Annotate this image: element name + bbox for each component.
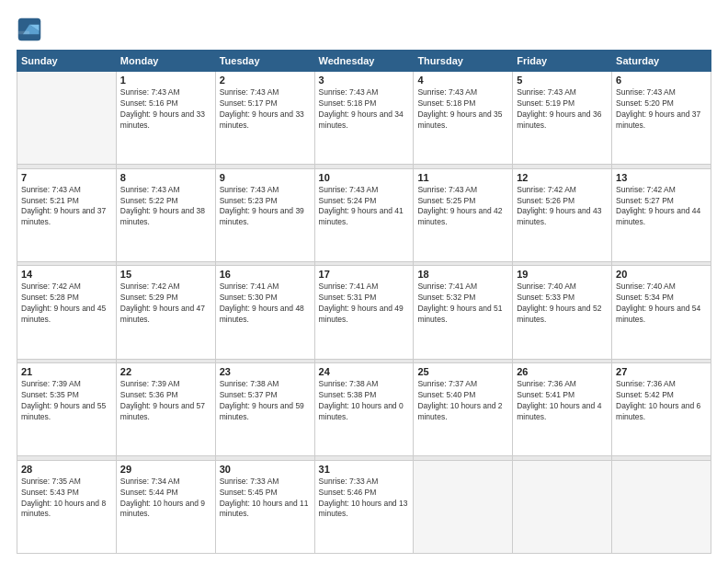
header: [17, 17, 711, 42]
day-cell: 22Sunrise: 7:39 AMSunset: 5:36 PMDayligh…: [116, 363, 215, 456]
day-cell: 13Sunrise: 7:42 AMSunset: 5:27 PMDayligh…: [612, 168, 711, 261]
day-number: 27: [616, 366, 707, 377]
day-info: Sunrise: 7:43 AMSunset: 5:17 PMDaylight:…: [220, 87, 311, 132]
day-cell: 17Sunrise: 7:41 AMSunset: 5:31 PMDayligh…: [314, 266, 414, 359]
day-info: Sunrise: 7:43 AMSunset: 5:24 PMDaylight:…: [319, 185, 410, 229]
day-cell: 31Sunrise: 7:33 AMSunset: 5:46 PMDayligh…: [314, 460, 414, 553]
day-number: 12: [517, 172, 608, 183]
day-number: 24: [319, 366, 410, 377]
day-cell: 18Sunrise: 7:41 AMSunset: 5:32 PMDayligh…: [414, 266, 513, 359]
day-number: 15: [120, 269, 211, 280]
day-cell: 27Sunrise: 7:36 AMSunset: 5:42 PMDayligh…: [612, 363, 711, 456]
day-cell: 8Sunrise: 7:43 AMSunset: 5:22 PMDaylight…: [116, 168, 215, 261]
day-info: Sunrise: 7:43 AMSunset: 5:20 PMDaylight:…: [616, 87, 707, 132]
day-info: Sunrise: 7:41 AMSunset: 5:30 PMDaylight:…: [220, 282, 311, 326]
day-cell: 10Sunrise: 7:43 AMSunset: 5:24 PMDayligh…: [314, 168, 414, 261]
day-info: Sunrise: 7:42 AMSunset: 5:28 PMDaylight:…: [21, 282, 112, 326]
day-number: 6: [616, 75, 707, 86]
weekday-header-monday: Monday: [116, 51, 215, 72]
day-number: 30: [220, 464, 311, 475]
day-cell: 19Sunrise: 7:40 AMSunset: 5:33 PMDayligh…: [513, 266, 612, 359]
logo-icon: [17, 17, 42, 42]
day-cell: 6Sunrise: 7:43 AMSunset: 5:20 PMDaylight…: [612, 72, 711, 165]
day-cell: 3Sunrise: 7:43 AMSunset: 5:18 PMDaylight…: [314, 72, 414, 165]
weekday-header-tuesday: Tuesday: [215, 51, 314, 72]
day-number: 26: [517, 366, 608, 377]
week-row-1: 7Sunrise: 7:43 AMSunset: 5:21 PMDaylight…: [17, 168, 711, 261]
day-number: 31: [319, 464, 410, 475]
day-number: 11: [417, 172, 508, 183]
page: SundayMondayTuesdayWednesdayThursdayFrid…: [0, 0, 728, 563]
day-number: 17: [319, 269, 410, 280]
logo: [17, 17, 44, 42]
day-cell: 16Sunrise: 7:41 AMSunset: 5:30 PMDayligh…: [215, 266, 314, 359]
day-info: Sunrise: 7:43 AMSunset: 5:16 PMDaylight:…: [120, 87, 211, 132]
day-info: Sunrise: 7:43 AMSunset: 5:22 PMDaylight:…: [120, 185, 211, 229]
day-number: 9: [220, 172, 311, 183]
day-info: Sunrise: 7:41 AMSunset: 5:32 PMDaylight:…: [417, 282, 508, 326]
weekday-header-thursday: Thursday: [414, 51, 513, 72]
day-cell: [612, 460, 711, 553]
day-info: Sunrise: 7:38 AMSunset: 5:37 PMDaylight:…: [220, 379, 311, 423]
day-info: Sunrise: 7:42 AMSunset: 5:29 PMDaylight:…: [120, 282, 211, 326]
day-cell: 24Sunrise: 7:38 AMSunset: 5:38 PMDayligh…: [314, 363, 414, 456]
day-number: 28: [21, 464, 112, 475]
day-cell: 9Sunrise: 7:43 AMSunset: 5:23 PMDaylight…: [215, 168, 314, 261]
day-info: Sunrise: 7:34 AMSunset: 5:44 PMDaylight:…: [120, 477, 211, 521]
day-number: 18: [417, 269, 508, 280]
day-info: Sunrise: 7:39 AMSunset: 5:35 PMDaylight:…: [21, 379, 112, 423]
day-info: Sunrise: 7:43 AMSunset: 5:18 PMDaylight:…: [417, 87, 508, 132]
day-number: 22: [120, 366, 211, 377]
day-info: Sunrise: 7:37 AMSunset: 5:40 PMDaylight:…: [417, 379, 508, 423]
day-info: Sunrise: 7:43 AMSunset: 5:21 PMDaylight:…: [21, 185, 112, 229]
day-info: Sunrise: 7:42 AMSunset: 5:27 PMDaylight:…: [616, 185, 707, 229]
day-number: 8: [120, 172, 211, 183]
day-number: 5: [517, 75, 608, 86]
day-info: Sunrise: 7:43 AMSunset: 5:25 PMDaylight:…: [417, 185, 508, 229]
day-number: 4: [417, 75, 508, 86]
day-info: Sunrise: 7:41 AMSunset: 5:31 PMDaylight:…: [319, 282, 410, 326]
day-number: 19: [517, 269, 608, 280]
day-info: Sunrise: 7:33 AMSunset: 5:45 PMDaylight:…: [220, 477, 311, 521]
day-number: 20: [616, 269, 707, 280]
day-number: 7: [21, 172, 112, 183]
day-info: Sunrise: 7:39 AMSunset: 5:36 PMDaylight:…: [120, 379, 211, 423]
day-info: Sunrise: 7:40 AMSunset: 5:33 PMDaylight:…: [517, 282, 608, 326]
day-cell: 11Sunrise: 7:43 AMSunset: 5:25 PMDayligh…: [414, 168, 513, 261]
day-cell: 25Sunrise: 7:37 AMSunset: 5:40 PMDayligh…: [414, 363, 513, 456]
day-number: 16: [220, 269, 311, 280]
day-info: Sunrise: 7:36 AMSunset: 5:41 PMDaylight:…: [517, 379, 608, 423]
weekday-header-wednesday: Wednesday: [314, 51, 414, 72]
week-row-0: 1Sunrise: 7:43 AMSunset: 5:16 PMDaylight…: [17, 72, 711, 165]
day-number: 3: [319, 75, 410, 86]
day-cell: 7Sunrise: 7:43 AMSunset: 5:21 PMDaylight…: [17, 168, 117, 261]
day-info: Sunrise: 7:33 AMSunset: 5:46 PMDaylight:…: [319, 477, 410, 521]
day-info: Sunrise: 7:43 AMSunset: 5:23 PMDaylight:…: [220, 185, 311, 229]
day-info: Sunrise: 7:42 AMSunset: 5:26 PMDaylight:…: [517, 185, 608, 229]
day-cell: 1Sunrise: 7:43 AMSunset: 5:16 PMDaylight…: [116, 72, 215, 165]
day-number: 13: [616, 172, 707, 183]
week-row-2: 14Sunrise: 7:42 AMSunset: 5:28 PMDayligh…: [17, 266, 711, 359]
day-cell: [513, 460, 612, 553]
day-cell: 21Sunrise: 7:39 AMSunset: 5:35 PMDayligh…: [17, 363, 117, 456]
day-cell: 23Sunrise: 7:38 AMSunset: 5:37 PMDayligh…: [215, 363, 314, 456]
day-number: 10: [319, 172, 410, 183]
day-cell: 14Sunrise: 7:42 AMSunset: 5:28 PMDayligh…: [17, 266, 117, 359]
day-number: 25: [417, 366, 508, 377]
day-number: 21: [21, 366, 112, 377]
day-cell: 15Sunrise: 7:42 AMSunset: 5:29 PMDayligh…: [116, 266, 215, 359]
day-number: 23: [220, 366, 311, 377]
day-number: 2: [220, 75, 311, 86]
day-cell: [17, 72, 117, 165]
day-info: Sunrise: 7:35 AMSunset: 5:43 PMDaylight:…: [21, 477, 112, 521]
day-info: Sunrise: 7:43 AMSunset: 5:19 PMDaylight:…: [517, 87, 608, 132]
calendar: SundayMondayTuesdayWednesdayThursdayFrid…: [17, 50, 711, 554]
day-cell: 4Sunrise: 7:43 AMSunset: 5:18 PMDaylight…: [414, 72, 513, 165]
day-info: Sunrise: 7:40 AMSunset: 5:34 PMDaylight:…: [616, 282, 707, 326]
day-info: Sunrise: 7:43 AMSunset: 5:18 PMDaylight:…: [319, 87, 410, 132]
weekday-header-sunday: Sunday: [17, 51, 117, 72]
day-cell: 12Sunrise: 7:42 AMSunset: 5:26 PMDayligh…: [513, 168, 612, 261]
weekday-header-row: SundayMondayTuesdayWednesdayThursdayFrid…: [17, 51, 711, 72]
weekday-header-saturday: Saturday: [612, 51, 711, 72]
day-number: 14: [21, 269, 112, 280]
